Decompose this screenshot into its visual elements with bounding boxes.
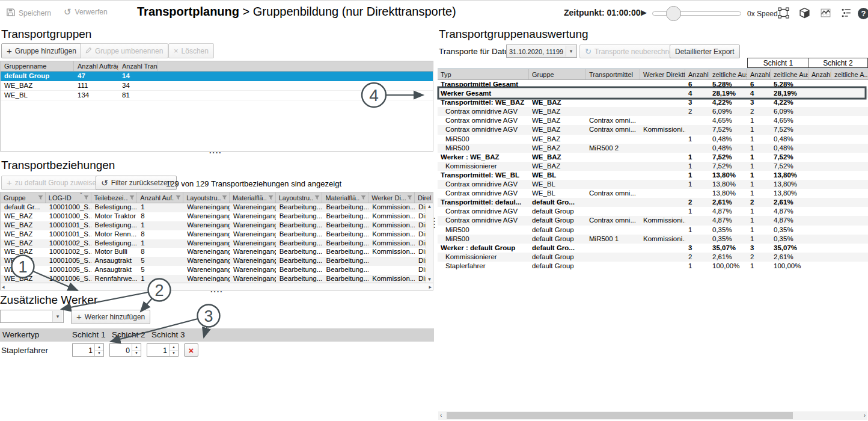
table-row[interactable]: Contrax omnidrive AGVdefault GroupContra… xyxy=(438,216,868,225)
table-row[interactable]: Werker Gesamt428,19%428,19% xyxy=(438,89,868,98)
table-row[interactable]: Contrax omnidrive AGVWE_BAZContrax omni.… xyxy=(438,116,868,125)
table-row[interactable]: WE_BAZ11134 xyxy=(1,81,433,91)
table-row[interactable]: WE_BAZ10001001_S...Befestigung...1Warene… xyxy=(1,221,433,230)
table-row[interactable]: Transportmittel Gesamt65,28%65,28% xyxy=(438,80,868,89)
column-header[interactable]: Werker Direkttra... xyxy=(640,69,685,79)
scroll-left-icon[interactable]: ◂ xyxy=(2,284,5,290)
date-select[interactable]: 31.10.2020, 11199 Auftr... ▾ xyxy=(506,45,577,58)
column-header[interactable]: Materialflä... xyxy=(230,192,276,203)
column-header[interactable]: zeitliche Aus... xyxy=(709,69,747,79)
table-row[interactable]: Contrax omnidrive AGVWE_BAZContrax omni.… xyxy=(438,125,868,134)
filter-icon[interactable] xyxy=(314,195,320,200)
column-header-gruppenname[interactable]: Gruppenname xyxy=(1,61,74,71)
table-row[interactable]: Werker : default Groupdefault Gro...335,… xyxy=(438,244,868,253)
splitter-handle[interactable]: ···· xyxy=(210,290,223,293)
chevron-down-icon[interactable]: ▾ xyxy=(566,46,576,57)
table-row[interactable]: WE_BAZ10001002_S...Befestigung...1Warene… xyxy=(1,239,433,248)
spin-up-icon[interactable]: ▲ xyxy=(170,344,178,351)
vertical-scrollbar[interactable]: ▲ ▼ xyxy=(426,203,433,283)
scroll-down-icon[interactable]: ▼ xyxy=(426,277,433,282)
reset-filter-button[interactable]: ↺Filter zurücksetzen xyxy=(96,176,177,190)
column-header[interactable]: LOG-IDˇ xyxy=(46,192,91,203)
add-werker-button[interactable]: +Werker hinzufügen xyxy=(71,310,150,324)
spin-up-icon[interactable]: ▲ xyxy=(95,344,103,351)
recalculate-button[interactable]: ↻Transporte neuberechnen xyxy=(579,45,683,58)
assign-to-group-button[interactable]: +zu default Group zuweisen xyxy=(1,176,106,190)
rename-group-button[interactable]: Gruppe umbenennen xyxy=(80,43,168,58)
filter-icon[interactable] xyxy=(268,195,274,200)
panel-splitter-handle[interactable]: ···· xyxy=(432,217,438,229)
table-row[interactable]: Contrax omnidrive AGVWE_BLContrax omni..… xyxy=(438,189,868,198)
table-row[interactable]: KommissioniererWE_BAZ17,52%17,52% xyxy=(438,162,868,171)
frame-select-icon[interactable] xyxy=(778,7,790,19)
filter-icon[interactable] xyxy=(176,195,181,200)
table-row[interactable]: MiR500WE_BAZ10,48%10,48% xyxy=(438,135,868,144)
table-row[interactable]: Contrax omnidrive AGVWE_BL113,80%113,80% xyxy=(438,180,868,189)
table-row[interactable]: MiR500default GroupMiR500 1Kommissioni..… xyxy=(438,235,868,244)
column-header[interactable]: Materialflä... xyxy=(322,192,368,203)
table-row[interactable]: Contrax omnidrive AGVWE_BAZ26,09%26,09% xyxy=(438,107,868,116)
table-row[interactable]: Transportmittel: defaul...default Gro...… xyxy=(438,198,868,207)
play-icon[interactable]: ▶ xyxy=(641,8,647,17)
table-row[interactable]: Werker : WE_BAZWE_BAZ17,52%17,52% xyxy=(438,153,868,162)
table-row[interactable]: MiR500default Group10,35%10,35% xyxy=(438,226,868,235)
spin-down-icon[interactable]: ▼ xyxy=(170,351,178,357)
table-row[interactable]: WE_BAZ10001006_S...Rennfahrwe...1Warenei… xyxy=(1,275,433,283)
table-row[interactable]: WE_BAZ10001005_S...Ansaugtrakt5Wareneing… xyxy=(1,266,433,275)
column-header[interactable]: Direktt xyxy=(415,192,433,203)
filter-icon[interactable] xyxy=(222,195,227,200)
table-row[interactable]: WE_BAZ10001000_S...Motor Traktor8Warenei… xyxy=(1,212,433,221)
slider-handle[interactable] xyxy=(666,6,681,21)
column-header-anzahl-auftraege[interactable]: Anzahl Aufträge xyxy=(74,61,118,71)
cube-icon[interactable] xyxy=(799,7,811,19)
export-button[interactable]: Detaillierter Export xyxy=(670,45,740,58)
column-header[interactable]: Layoutstru... xyxy=(183,192,230,203)
column-header[interactable]: Anzahl xyxy=(808,69,831,79)
column-header[interactable]: Typ xyxy=(438,69,529,79)
scroll-right-icon[interactable]: ▸ xyxy=(429,284,432,290)
table-row[interactable]: Kommissioniererdefault Group22,61%22,61% xyxy=(438,253,868,262)
chart-icon[interactable] xyxy=(820,7,832,19)
table-row[interactable]: WE_BAZ10001001_S...Motor Renn...8Warenei… xyxy=(1,230,433,239)
delete-group-button[interactable]: ×Löschen xyxy=(168,43,214,58)
column-header[interactable]: Anzahl xyxy=(685,69,709,79)
table-row[interactable]: default Gr...10001000_S...Befestigung...… xyxy=(1,203,433,212)
column-header[interactable]: zeitliche Aus... xyxy=(771,69,808,79)
column-header[interactable]: Layoutstru... xyxy=(276,192,323,203)
filter-icon[interactable] xyxy=(38,195,43,200)
shift-spinner[interactable]: 1▲▼ xyxy=(147,343,179,357)
add-group-button[interactable]: +Gruppe hinzufügen xyxy=(1,43,82,58)
scrollbar-thumb[interactable] xyxy=(447,412,793,419)
table-row[interactable]: WE_BAZ10001005_S...Ansaugtrakt5Wareneing… xyxy=(1,257,433,266)
discard-button[interactable]: ↺ Verwerfen xyxy=(64,8,108,16)
werker-type-select[interactable]: ▾ xyxy=(0,310,64,323)
timeline-icon[interactable] xyxy=(841,7,853,19)
table-row[interactable]: WE_BAZ10001002_S...Motor Bulli8Wareneing… xyxy=(1,248,433,257)
filter-icon[interactable] xyxy=(407,195,412,200)
table-row[interactable]: Transportmittel: WE_BAZWE_BAZ34,22%34,22… xyxy=(438,98,868,107)
filter-icon[interactable] xyxy=(129,195,135,200)
column-header[interactable]: Anzahl xyxy=(747,69,771,79)
scroll-up-icon[interactable]: ▲ xyxy=(426,204,433,209)
table-row[interactable]: WE_BL13481 xyxy=(1,91,433,100)
filter-icon[interactable] xyxy=(361,195,366,200)
column-header[interactable]: Gruppe xyxy=(1,192,46,203)
save-button[interactable]: Speichern xyxy=(6,8,51,19)
filter-icon[interactable] xyxy=(84,195,89,200)
column-header[interactable]: Gruppe xyxy=(529,69,586,79)
table-row[interactable]: Contrax omnidrive AGVdefault Group14,87%… xyxy=(438,207,868,216)
splitter-handle[interactable]: ···· xyxy=(209,151,222,155)
column-header[interactable]: Transportmittel xyxy=(586,69,640,79)
table-row[interactable]: Staplerfahrerdefault Group1100,00%1100,0… xyxy=(438,262,868,271)
help-icon[interactable]: ? xyxy=(858,8,868,19)
table-row[interactable]: MiR500WE_BAZMiR500 20,48%10,48% xyxy=(438,144,868,153)
column-header-anzahl-transporte[interactable]: Anzahl Transp... xyxy=(118,61,158,71)
column-header[interactable]: Werker Di... xyxy=(368,192,415,203)
remove-werker-button[interactable]: × xyxy=(184,343,198,357)
spin-down-icon[interactable]: ▼ xyxy=(95,351,103,357)
horizontal-scrollbar[interactable]: ‹ › xyxy=(438,411,867,420)
column-header[interactable]: Teilebezei... xyxy=(91,192,138,203)
column-header[interactable]: Anzahl Auf... xyxy=(137,192,183,203)
spin-down-icon[interactable]: ▼ xyxy=(132,351,141,357)
shift-spinner[interactable]: 1▲▼ xyxy=(72,343,104,357)
